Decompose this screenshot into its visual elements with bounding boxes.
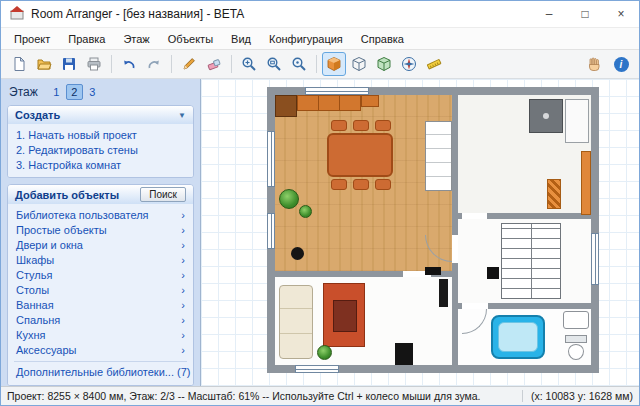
dining-table[interactable] xyxy=(327,133,393,177)
measure-button[interactable] xyxy=(422,52,446,76)
collapse-icon[interactable]: ▼ xyxy=(178,111,186,120)
category-user-library[interactable]: Библиотека пользователя› xyxy=(14,207,187,222)
zoom-all-button[interactable] xyxy=(287,52,311,76)
info-button[interactable]: i xyxy=(609,52,633,76)
zoom-in-button[interactable] xyxy=(237,52,261,76)
save-button[interactable] xyxy=(57,52,81,76)
cube-green-icon xyxy=(376,56,392,72)
chevron-right-icon: › xyxy=(181,254,185,266)
objects-3d-button[interactable] xyxy=(372,52,396,76)
storage-box[interactable] xyxy=(487,267,499,279)
radiator[interactable] xyxy=(547,179,561,209)
category-bathroom[interactable]: Ванная› xyxy=(14,297,187,312)
category-kitchen[interactable]: Кухня› xyxy=(14,327,187,342)
edit-walls-button[interactable] xyxy=(177,52,201,76)
cabinet-row[interactable] xyxy=(297,95,361,111)
menu-floor[interactable]: Этаж xyxy=(114,30,158,48)
toilet[interactable] xyxy=(565,335,587,362)
toolbar-separator xyxy=(171,55,172,73)
menubar: Проект Правка Этаж Объекты Вид Конфигура… xyxy=(1,27,639,50)
menu-edit[interactable]: Правка xyxy=(59,30,114,48)
floor-plan[interactable] xyxy=(267,87,599,373)
shower[interactable] xyxy=(529,99,563,133)
compass-button[interactable] xyxy=(397,52,421,76)
maximize-button[interactable]: □ xyxy=(567,1,603,27)
floor-tab-3[interactable]: 3 xyxy=(84,84,101,100)
category-accessories[interactable]: Аксессуары› xyxy=(14,342,187,357)
white-cabinet[interactable] xyxy=(565,99,589,143)
plant[interactable] xyxy=(279,189,299,209)
bathtub[interactable] xyxy=(491,315,545,359)
sofa[interactable] xyxy=(279,285,313,359)
minimize-button[interactable]: – xyxy=(531,1,567,27)
view-3d-button[interactable] xyxy=(322,52,346,76)
plan-canvas[interactable] xyxy=(201,79,639,386)
floor-tab-1[interactable]: 1 xyxy=(48,84,65,100)
chair[interactable] xyxy=(331,179,347,190)
window-object[interactable] xyxy=(305,87,369,95)
zoom-window-button[interactable] xyxy=(262,52,286,76)
desk[interactable] xyxy=(425,121,452,191)
interior-wall[interactable] xyxy=(487,213,591,219)
sink[interactable] xyxy=(563,311,589,329)
window-object[interactable] xyxy=(295,365,339,373)
category-doors-windows[interactable]: Двери и окна› xyxy=(14,237,187,252)
red-rug[interactable] xyxy=(323,283,365,347)
chair[interactable] xyxy=(375,120,391,131)
close-button[interactable]: × xyxy=(603,1,639,27)
search-button[interactable]: Поиск xyxy=(140,187,186,202)
chair[interactable] xyxy=(375,179,391,190)
menu-configuration[interactable]: Конфигурация xyxy=(260,30,352,48)
more-libraries-link[interactable]: Дополнительные библиотеки... (7) xyxy=(14,361,187,380)
hand-icon xyxy=(586,56,602,72)
category-tables[interactable]: Столы› xyxy=(14,282,187,297)
add-objects-header[interactable]: Добавить объекты Поиск xyxy=(8,185,193,204)
menu-help[interactable]: Справка xyxy=(352,30,413,48)
window-object[interactable] xyxy=(267,213,275,249)
media-console[interactable] xyxy=(439,279,448,307)
category-chairs[interactable]: Стулья› xyxy=(14,267,187,282)
menu-objects[interactable]: Объекты xyxy=(159,30,222,48)
corner-cabinet[interactable] xyxy=(275,95,297,117)
wireframe-3d-button[interactable] xyxy=(347,52,371,76)
round-table[interactable] xyxy=(291,247,304,260)
plant[interactable] xyxy=(299,205,312,218)
category-bedroom[interactable]: Спальня› xyxy=(14,312,187,327)
category-cabinets[interactable]: Шкафы› xyxy=(14,252,187,267)
interior-wall[interactable] xyxy=(488,303,591,309)
add-objects-pane: Добавить объекты Поиск Библиотека пользо… xyxy=(7,184,194,386)
undo-button[interactable] xyxy=(117,52,141,76)
window-object[interactable] xyxy=(591,233,599,285)
edit-walls-link[interactable]: 2. Редактировать стены xyxy=(14,142,187,157)
open-project-button[interactable] xyxy=(32,52,56,76)
room-settings-link[interactable]: 3. Настройка комнат xyxy=(14,157,187,172)
plant[interactable] xyxy=(317,345,332,360)
redo-button[interactable] xyxy=(142,52,166,76)
chair[interactable] xyxy=(353,179,369,190)
floor-tab-2[interactable]: 2 xyxy=(66,84,83,100)
interior-wall[interactable] xyxy=(458,213,462,219)
menu-view[interactable]: Вид xyxy=(222,30,260,48)
tv-unit[interactable] xyxy=(425,267,441,275)
staircase[interactable] xyxy=(501,223,561,299)
chair[interactable] xyxy=(331,120,347,131)
window-object[interactable] xyxy=(267,131,275,187)
interior-wall[interactable] xyxy=(452,263,458,365)
tall-cabinet[interactable] xyxy=(581,151,591,215)
statusbar: Проект: 8255 × 8400 мм, Этаж: 2/3 -- Мас… xyxy=(1,386,639,405)
create-pane-header[interactable]: Создать ▼ xyxy=(8,106,193,124)
interior-wall[interactable] xyxy=(275,271,403,277)
print-button[interactable] xyxy=(82,52,106,76)
category-simple-objects[interactable]: Простые объекты› xyxy=(14,222,187,237)
app-icon xyxy=(9,5,25,23)
small-cabinet[interactable] xyxy=(361,95,379,107)
new-project-button[interactable] xyxy=(7,52,31,76)
add-objects-body: Библиотека пользователя› Простые объекты… xyxy=(8,204,193,385)
coffee-table[interactable] xyxy=(333,300,357,332)
menu-project[interactable]: Проект xyxy=(5,30,59,48)
fireplace[interactable] xyxy=(395,343,413,365)
start-new-project-link[interactable]: 1. Начать новый проект xyxy=(14,127,187,142)
eraser-button[interactable] xyxy=(202,52,226,76)
chair[interactable] xyxy=(353,120,369,131)
pan-hand-button[interactable] xyxy=(582,52,606,76)
